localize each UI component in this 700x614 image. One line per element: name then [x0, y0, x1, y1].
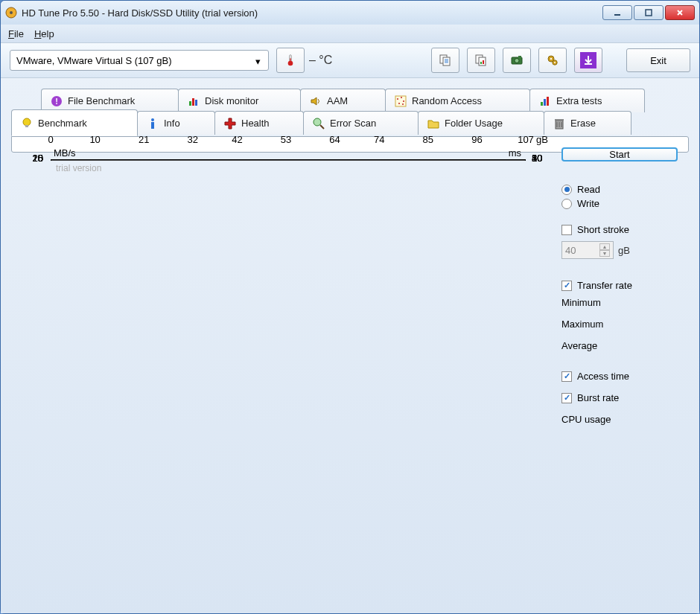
short-stroke-input: 40 ▲▼ — [561, 241, 614, 259]
save-button[interactable] — [574, 48, 602, 73]
svg-point-35 — [398, 103, 400, 104]
short-stroke-value: 40 — [565, 245, 576, 256]
maximum-label: Maximum — [561, 319, 678, 330]
svg-rect-29 — [192, 98, 194, 106]
speaker-icon — [310, 95, 322, 107]
transfer-rate-checkbox[interactable]: Transfer rate — [561, 280, 678, 291]
write-radio[interactable]: Write — [561, 198, 678, 209]
camera-icon — [511, 54, 523, 66]
svg-point-34 — [403, 100, 404, 102]
cross-medical-icon — [224, 118, 236, 129]
toolbar: VMware, VMware Virtual S (107 gB) ▾ – °C… — [1, 42, 699, 78]
bars-icon — [188, 95, 200, 107]
svg-point-44 — [314, 118, 321, 126]
svg-point-42 — [151, 118, 154, 121]
screenshot-button[interactable] — [503, 48, 531, 73]
svg-point-32 — [397, 98, 398, 100]
checkbox-label: Burst rate — [577, 392, 619, 403]
svg-rect-30 — [195, 100, 197, 106]
svg-point-19 — [515, 59, 519, 63]
menu-file[interactable]: File — [8, 28, 24, 39]
copy-chart-button[interactable] — [467, 48, 495, 73]
tab-label: AAM — [327, 95, 348, 106]
burst-rate-checkbox[interactable]: Burst rate — [561, 392, 678, 403]
menu-help[interactable]: Help — [34, 28, 54, 39]
gears-icon — [547, 54, 559, 66]
chart-plot-area: trial version — [51, 159, 526, 161]
tab-label: File Benchmark — [68, 95, 135, 106]
svg-rect-28 — [189, 101, 191, 106]
copy-text-icon — [439, 54, 451, 66]
drive-select-value: VMware, VMware Virtual S (107 gB) — [16, 55, 172, 66]
exclamation-icon: ! — [51, 95, 63, 107]
titlebar[interactable]: HD Tune Pro 5.50 - Hard Disk/SSD Utility… — [1, 1, 699, 25]
close-button[interactable] — [665, 5, 695, 20]
chart: MB/s ms 510152025 1020304050 trial versi… — [22, 147, 551, 155]
svg-point-24 — [554, 62, 556, 63]
minimize-button[interactable] — [602, 5, 632, 20]
tab-label: Erase — [570, 118, 596, 129]
tab-folder-usage[interactable]: Folder Usage — [418, 111, 544, 135]
tab-label: Error Scan — [330, 118, 376, 129]
temperature-button[interactable] — [276, 48, 305, 73]
settings-button[interactable] — [538, 48, 567, 73]
tab-label: Disk monitor — [205, 95, 258, 106]
bars2-icon — [539, 95, 551, 107]
svg-rect-15 — [479, 57, 486, 65]
radio-label: Read — [577, 184, 600, 195]
magnifier-icon — [313, 118, 325, 129]
spinner-buttons: ▲▼ — [599, 243, 610, 257]
tab-random-access[interactable]: Random Access — [385, 89, 530, 112]
drive-select[interactable]: VMware, VMware Virtual S (107 gB) ▾ — [10, 50, 269, 71]
svg-rect-20 — [518, 56, 521, 58]
menubar: File Help — [1, 25, 699, 42]
folder-icon — [427, 118, 439, 129]
benchmark-panel: MB/s ms 510152025 1020304050 trial versi… — [11, 136, 689, 153]
svg-rect-41 — [25, 125, 28, 127]
checkbox-label: Access time — [577, 371, 629, 382]
exit-button[interactable]: Exit — [626, 48, 690, 72]
radio-label: Write — [577, 198, 599, 209]
short-stroke-checkbox[interactable]: Short stroke — [561, 224, 678, 235]
copy-chart-icon — [475, 54, 487, 66]
access-time-checkbox[interactable]: Access time — [561, 371, 678, 382]
svg-point-22 — [550, 58, 552, 60]
tab-label: Random Access — [412, 95, 482, 106]
svg-rect-37 — [541, 102, 543, 106]
svg-point-1 — [10, 11, 13, 14]
svg-rect-39 — [547, 97, 549, 106]
trash-icon — [553, 118, 565, 129]
svg-rect-16 — [480, 62, 482, 64]
average-label: Average — [561, 340, 678, 351]
tab-health[interactable]: Health — [214, 111, 304, 135]
read-radio[interactable]: Read — [561, 184, 678, 195]
chevron-down-icon: ▾ — [252, 55, 264, 67]
tab-benchmark[interactable]: Benchmark — [11, 109, 138, 136]
svg-rect-38 — [544, 99, 546, 106]
svg-point-33 — [401, 97, 402, 98]
svg-point-36 — [402, 103, 404, 105]
download-arrow-icon — [583, 55, 594, 65]
tab-erase[interactable]: Erase — [544, 111, 631, 135]
maximize-button[interactable] — [634, 5, 664, 20]
tab-label: Benchmark — [38, 118, 87, 129]
tab-extra-tests[interactable]: Extra tests — [529, 89, 645, 112]
tab-aam[interactable]: AAM — [300, 89, 386, 112]
tab-info[interactable]: Info — [137, 111, 215, 135]
minimum-label: Minimum — [561, 297, 678, 308]
bulb-icon — [21, 117, 33, 129]
tab-label: Health — [241, 118, 270, 129]
tab-error-scan[interactable]: Error Scan — [303, 111, 419, 135]
copy-text-button[interactable] — [431, 48, 459, 73]
thermometer-icon — [284, 54, 296, 66]
svg-rect-43 — [151, 122, 154, 129]
chart-watermark: trial version — [56, 163, 101, 173]
y-right-tick: 50 — [532, 153, 542, 164]
info-icon — [147, 118, 159, 129]
tab-disk-monitor[interactable]: Disk monitor — [178, 89, 301, 112]
dots-icon — [395, 95, 407, 107]
svg-rect-17 — [483, 60, 484, 64]
checkbox-icon — [561, 371, 572, 382]
svg-text:!: ! — [55, 97, 58, 106]
start-button[interactable]: Start — [561, 147, 678, 162]
